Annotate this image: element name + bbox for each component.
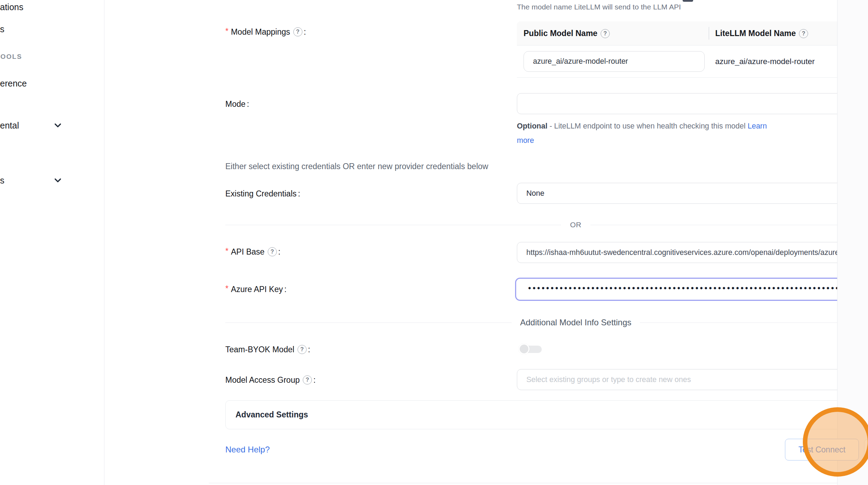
sidebar-item-label: s: [0, 24, 5, 34]
mode-label: Mode :: [225, 98, 249, 110]
help-icon[interactable]: ?: [601, 29, 610, 38]
right-panel-gutter: [837, 0, 868, 485]
team-byok-toggle[interactable]: [519, 344, 542, 355]
sidebar-section-tools: TOOLS: [0, 52, 22, 61]
sidebar-item-label: ations: [0, 2, 23, 12]
public-model-name-header: Public Model Name ?: [524, 21, 610, 46]
required-asterisk: *: [225, 27, 228, 36]
api-base-label: * API Base ? :: [225, 246, 280, 258]
sidebar-item-clipped-1[interactable]: ations: [0, 1, 23, 13]
add-model-button[interactable]: Add Model: [864, 439, 868, 460]
sidebar-section-label: TOOLS: [0, 53, 22, 61]
mode-optional-note: Optional - LiteLLM endpoint to use when …: [517, 119, 832, 148]
mapping-table-row: azure_ai/azure-model-router azure_ai/azu…: [517, 46, 868, 78]
chevron-down-icon: [53, 120, 63, 131]
model-access-group-select[interactable]: Select existing groups or type to create…: [517, 369, 868, 390]
additional-model-info-divider: Additional Model Info Settings: [225, 316, 868, 330]
learn-more-link[interactable]: Learn: [747, 122, 767, 130]
model-name-helper-text: The model name LiteLLM will send to the …: [517, 3, 681, 11]
mappings-table-header: Public Model Name ? LiteLLM Model Name ?: [517, 21, 868, 46]
existing-credentials-label: Existing Credentials :: [225, 188, 300, 200]
sidebar-item-clipped-5[interactable]: s: [0, 174, 5, 186]
help-icon[interactable]: ?: [268, 247, 277, 256]
sidebar-item-clipped-3[interactable]: erence: [0, 77, 27, 89]
existing-credentials-select[interactable]: None: [517, 183, 868, 204]
sidebar-item-label: erence: [0, 78, 27, 89]
help-icon[interactable]: ?: [298, 345, 307, 354]
api-base-input[interactable]: https://ishaa-mh6uutut-swedencentral.cog…: [517, 242, 868, 263]
model-mappings-table: Public Model Name ? LiteLLM Model Name ?…: [517, 21, 868, 78]
need-help-link[interactable]: Need Help?: [225, 445, 270, 455]
required-asterisk: *: [225, 247, 228, 256]
column-divider: [709, 27, 709, 40]
clipped-content-fragment: [683, 0, 693, 2]
mode-select[interactable]: [517, 93, 868, 114]
help-icon[interactable]: ?: [303, 375, 312, 384]
model-access-group-label: Model Access Group ? :: [225, 374, 316, 386]
learn-more-link[interactable]: more: [517, 136, 534, 145]
advanced-settings-panel[interactable]: Advanced Settings: [225, 400, 868, 429]
sidebar-item-label: ental: [0, 120, 19, 131]
or-divider: OR: [225, 218, 868, 232]
help-icon[interactable]: ?: [293, 27, 302, 36]
sidebar-item-clipped-4[interactable]: ental: [0, 119, 19, 131]
test-connect-button[interactable]: Test Connect: [785, 439, 859, 460]
help-icon[interactable]: ?: [799, 29, 808, 38]
sidebar: ations s TOOLS erence ental s: [0, 0, 104, 485]
required-asterisk: *: [225, 284, 228, 293]
content-bottom-border: [209, 483, 868, 483]
azure-api-key-label: * Azure API Key :: [225, 283, 287, 295]
chevron-down-icon: [53, 175, 63, 186]
credentials-instruction-text: Either select existing credentials OR en…: [225, 160, 488, 172]
sidebar-item-label: s: [0, 175, 5, 186]
litellm-model-name-value: azure_ai/azure-model-router: [715, 46, 815, 78]
azure-api-key-input[interactable]: ••••••••••••••••••••••••••••••••••••••••…: [515, 278, 868, 301]
sidebar-item-clipped-2[interactable]: s: [0, 23, 5, 35]
public-model-name-input[interactable]: azure_ai/azure-model-router: [524, 51, 705, 72]
form-content: The model name LiteLLM will send to the …: [104, 0, 837, 485]
team-byok-label: Team-BYOK Model ? :: [225, 344, 310, 355]
add-model-form-page: ations s TOOLS erence ental s The model …: [0, 0, 868, 485]
masked-password-value: ••••••••••••••••••••••••••••••••••••••••…: [528, 283, 845, 293]
model-mappings-label: * Model Mappings ? :: [225, 26, 306, 38]
litellm-model-name-header: LiteLLM Model Name ?: [715, 21, 808, 46]
